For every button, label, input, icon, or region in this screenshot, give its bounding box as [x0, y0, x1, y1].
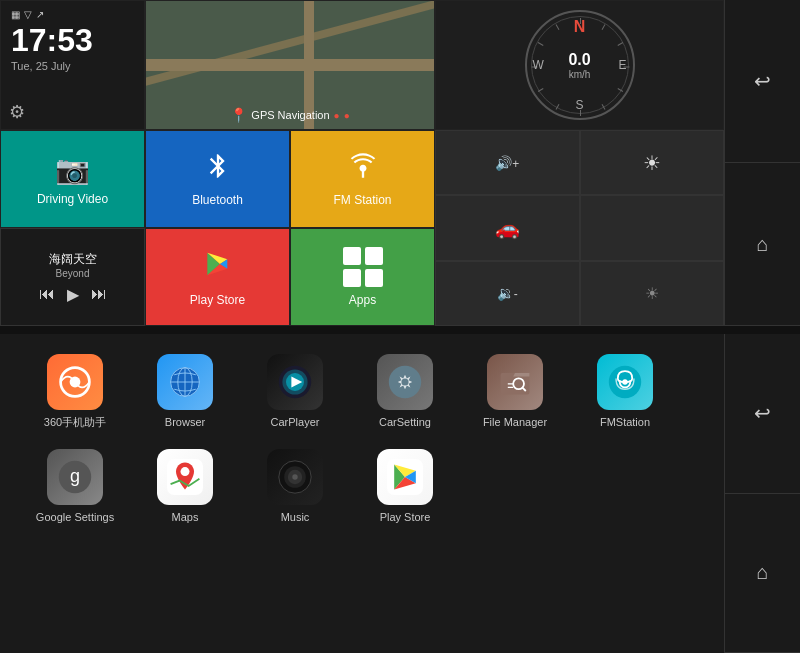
main-grid: ▦ ▽ ↗ 17:53 Tue, 25 July ⚙ 📍 GPS Navigat…: [0, 0, 724, 326]
back-icon-bottom: ↩: [754, 401, 771, 425]
apps-grid-icon: [343, 247, 383, 287]
volume-up-icon: 🔊+: [495, 155, 519, 171]
bluetooth-label: Bluetooth: [192, 193, 243, 207]
app-label-playstore: Play Store: [380, 511, 431, 524]
app-label-googlesettings: Google Settings: [36, 511, 114, 524]
svg-point-28: [292, 474, 297, 479]
volume-up-button[interactable]: 🔊+: [435, 130, 580, 195]
signal-icon: ↗: [36, 9, 44, 20]
tile-clock: ▦ ▽ ↗ 17:53 Tue, 25 July ⚙: [0, 0, 145, 130]
controls-block: 🔊+ ☀ 🚗 🔉- ☀: [435, 130, 724, 326]
play-store-label: Play Store: [190, 293, 245, 307]
tile-bluetooth[interactable]: Bluetooth: [145, 130, 290, 228]
app-label-carsetting: CarSetting: [379, 416, 431, 429]
gps-text: GPS Navigation: [251, 109, 329, 121]
app-fmstation[interactable]: FMStation: [580, 354, 670, 429]
car-mode-button[interactable]: 🚗: [435, 195, 580, 260]
back-button-top[interactable]: ↩: [725, 0, 800, 163]
music-controls: ⏮ ▶ ⏭: [39, 285, 107, 304]
next-button[interactable]: ⏭: [91, 285, 107, 304]
tile-fm-station[interactable]: FM Station: [290, 130, 435, 228]
compass-west: W: [533, 58, 544, 72]
app-browser[interactable]: Browser: [140, 354, 230, 429]
status-bar: ▦ ▽ ↗: [11, 9, 44, 20]
compass-center: 0.0 km/h: [568, 51, 590, 80]
section-divider: [0, 326, 800, 334]
gps-pin-icon: 📍: [230, 107, 247, 123]
app-icon-carplayer: [267, 354, 323, 410]
tile-play-store[interactable]: Play Store: [145, 228, 290, 326]
video-camera-icon: 📷: [55, 153, 90, 186]
apps-grid: 360手机助手 Browser: [0, 334, 724, 653]
home-button-bottom[interactable]: ⌂: [725, 494, 800, 654]
tile-compass: N S E W 0.0 km/h: [435, 0, 724, 130]
tile-map[interactable]: 📍 GPS Navigation ● ●: [145, 0, 435, 130]
car-icon: 🚗: [495, 216, 520, 240]
app-grid-cell-3: [343, 269, 361, 287]
app-filemanager[interactable]: File Manager: [470, 354, 560, 429]
app-label-browser: Browser: [165, 416, 205, 429]
map-road-horizontal: [146, 59, 434, 71]
signal-icon: ●: [334, 110, 340, 121]
clock-date: Tue, 25 July: [11, 60, 71, 72]
app-label-carplayer: CarPlayer: [271, 416, 320, 429]
compass-south: S: [575, 98, 583, 112]
app-maps[interactable]: Maps: [140, 449, 230, 524]
play-store-icon: [202, 248, 234, 287]
svg-point-20: [622, 379, 627, 384]
brightness-down-button[interactable]: ☀: [580, 261, 725, 326]
play-button[interactable]: ▶: [67, 285, 79, 304]
app-label-360: 360手机助手: [44, 416, 106, 429]
radio-icon: [349, 152, 377, 187]
bottom-sidebar: ↩ ⌂: [724, 334, 800, 653]
app-grid-cell-4: [365, 269, 383, 287]
back-icon: ↩: [754, 69, 771, 93]
top-sidebar: ↩ ⌂: [724, 0, 800, 326]
fm-station-label: FM Station: [333, 193, 391, 207]
bluetooth-icon: [204, 152, 232, 187]
brightness-down-icon: ☀: [645, 284, 659, 303]
top-section: ▦ ▽ ↗ 17:53 Tue, 25 July ⚙ 📍 GPS Navigat…: [0, 0, 800, 326]
app-grid-cell-1: [343, 247, 361, 265]
volume-down-icon: 🔉-: [497, 285, 518, 301]
brightness-up-icon: ☀: [643, 151, 661, 175]
app-icon-maps: [157, 449, 213, 505]
tile-driving-video[interactable]: 📷 Driving Video: [0, 130, 145, 228]
map-road-diagonal: [146, 1, 434, 103]
app-label-maps: Maps: [172, 511, 199, 524]
app-music[interactable]: Music: [250, 449, 340, 524]
app-icon-playstore: [377, 449, 433, 505]
tile-music-player[interactable]: 海阔天空 Beyond ⏮ ▶ ⏭: [0, 228, 145, 326]
bottom-section: 360手机助手 Browser: [0, 334, 800, 653]
driving-video-label: Driving Video: [37, 192, 108, 206]
app-icon-browser: [157, 354, 213, 410]
clock-time: 17:53: [11, 24, 93, 56]
music-artist: Beyond: [56, 268, 90, 279]
app-playstore-bottom[interactable]: Play Store: [360, 449, 450, 524]
svg-point-24: [181, 467, 190, 476]
compass-speed: 0.0: [568, 51, 590, 69]
home-button-top[interactable]: ⌂: [725, 163, 800, 326]
volume-down-button[interactable]: 🔉-: [435, 261, 580, 326]
tile-apps[interactable]: Apps: [290, 228, 435, 326]
app-carsetting[interactable]: CarSetting: [360, 354, 450, 429]
home-icon-bottom: ⌂: [756, 561, 768, 584]
app-googlesettings[interactable]: g Google Settings: [30, 449, 120, 524]
prev-button[interactable]: ⏮: [39, 285, 55, 304]
app-icon-fmstation: [597, 354, 653, 410]
gps-label: 📍 GPS Navigation ● ●: [230, 107, 349, 123]
signal-icon2: ●: [344, 110, 350, 121]
app-carplayer[interactable]: CarPlayer: [250, 354, 340, 429]
compass-outer: N S E W 0.0 km/h: [525, 10, 635, 120]
svg-point-13: [401, 378, 408, 385]
music-title: 海阔天空: [49, 251, 97, 268]
brightness-up-button[interactable]: ☀: [580, 130, 725, 195]
settings-icon[interactable]: ⚙: [9, 101, 25, 123]
back-button-bottom[interactable]: ↩: [725, 334, 800, 494]
app-icon-carsetting: [377, 354, 433, 410]
app-icon-music: [267, 449, 323, 505]
app-360[interactable]: 360手机助手: [30, 354, 120, 429]
wifi-icon: ▽: [24, 9, 32, 20]
empty-control: [580, 195, 725, 260]
sim-icon: ▦: [11, 9, 20, 20]
